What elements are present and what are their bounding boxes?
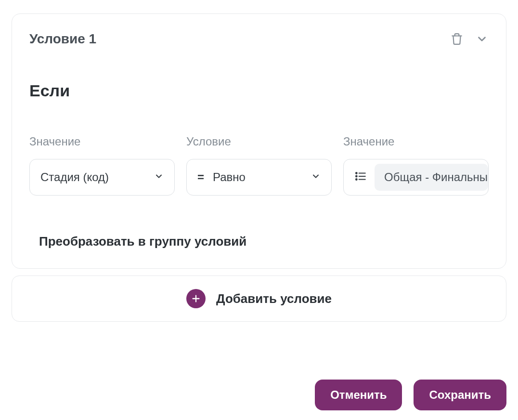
- equals-icon: =: [197, 171, 204, 184]
- operator-field: Условие = Равно: [186, 135, 332, 196]
- list-icon: [354, 170, 367, 184]
- operator-label: Условие: [186, 135, 332, 148]
- svg-point-5: [356, 179, 357, 180]
- value-left-field: Значение Стадия (код): [29, 135, 175, 196]
- value-right-field: Значение Общая - Финальны: [343, 135, 489, 196]
- operator-select[interactable]: = Равно: [186, 159, 332, 196]
- cancel-button[interactable]: Отменить: [315, 380, 402, 410]
- chevron-down-icon[interactable]: [475, 32, 489, 46]
- condition-header: Условие 1: [29, 31, 489, 47]
- value-right-label: Значение: [343, 135, 489, 148]
- plus-icon: [186, 289, 206, 308]
- add-condition-button[interactable]: Добавить условие: [12, 276, 506, 322]
- chevron-down-icon: [154, 171, 164, 184]
- add-condition-label: Добавить условие: [216, 291, 332, 306]
- value-left-select[interactable]: Стадия (код): [29, 159, 175, 196]
- value-right-select[interactable]: Общая - Финальны: [343, 159, 489, 196]
- footer-actions: Отменить Сохранить: [12, 380, 506, 410]
- save-button[interactable]: Сохранить: [414, 380, 506, 410]
- operator-selected: Равно: [213, 171, 302, 184]
- condition-fields: Значение Стадия (код) Условие = Равно Зн…: [29, 135, 489, 196]
- value-right-chip: Общая - Финальны: [375, 164, 488, 191]
- value-left-label: Значение: [29, 135, 175, 148]
- svg-point-4: [356, 176, 357, 177]
- condition-actions: [450, 32, 489, 46]
- convert-to-group-button[interactable]: Преобразовать в группу условий: [29, 234, 489, 249]
- chevron-down-icon: [311, 171, 321, 184]
- condition-title: Условие 1: [29, 31, 96, 47]
- svg-point-3: [356, 172, 357, 174]
- trash-icon[interactable]: [450, 32, 464, 46]
- condition-card: Условие 1 Если Значение Стадия (код): [12, 13, 506, 269]
- if-heading: Если: [29, 81, 489, 100]
- value-left-selected: Стадия (код): [40, 171, 145, 184]
